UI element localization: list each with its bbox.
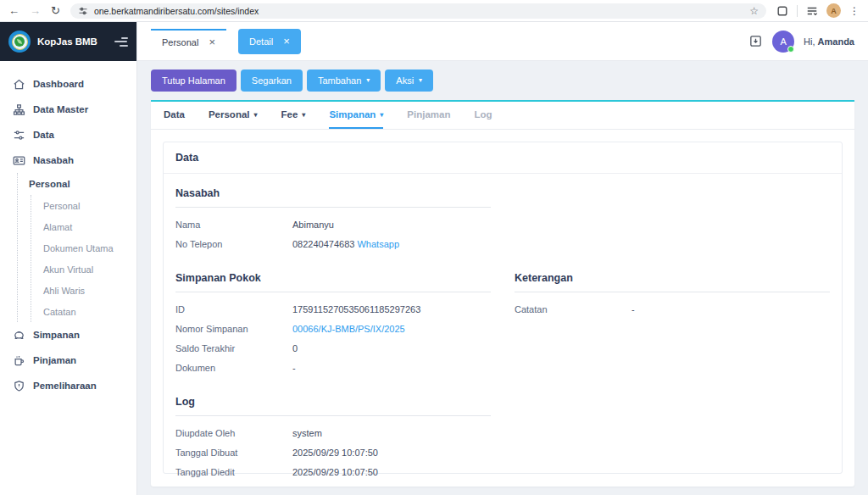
sidebar-item-personal[interactable]: Personal: [31, 195, 136, 216]
sidebar-menu: Dashboard Data Master Data Nasabah: [0, 61, 136, 398]
brand-logo: [8, 31, 31, 53]
user-avatar[interactable]: A: [772, 31, 794, 53]
field-row: Dokumen -: [175, 362, 491, 374]
browser-profile-avatar[interactable]: A: [826, 3, 841, 18]
close-page-button[interactable]: Tutup Halaman: [151, 70, 236, 92]
chrome-actions: A ⋮: [776, 3, 860, 18]
tab-log[interactable]: Log: [475, 102, 492, 129]
actions-dropdown-button[interactable]: Aksi ▾: [385, 70, 433, 92]
field-value: Abimanyu: [292, 219, 334, 231]
sidebar-item-label: Pemeliharaan: [33, 381, 97, 391]
sidebar-item-nasabah[interactable]: Nasabah: [0, 147, 136, 173]
detail-nav-tabs: Data Personal ▾ Fee ▾ Simpanan ▾: [151, 102, 854, 130]
sidebar-item-personal-group[interactable]: Personal: [18, 173, 136, 195]
field-row: Tanggal Diedit 2025/09/29 10:07:50: [175, 466, 491, 478]
tab-label: Data: [164, 109, 185, 120]
sidebar-toggle-icon[interactable]: [114, 37, 128, 47]
address-bar[interactable]: one.berkatmandiribersatu.com/sites/index…: [70, 3, 766, 19]
sidebar-item-akun-virtual[interactable]: Akun Virtual: [31, 259, 136, 280]
tab-label: Personal: [209, 109, 250, 120]
field-label: ID: [175, 303, 292, 315]
refresh-button[interactable]: Segarkan: [241, 70, 303, 92]
whatsapp-link[interactable]: Whatsapp: [357, 239, 399, 249]
chevron-down-icon: ▾: [380, 111, 383, 119]
field-row: ID 1759115270535061185297263: [175, 303, 491, 315]
field-label: Saldo Terakhir: [175, 342, 292, 354]
field-label: Nomor Simpanan: [175, 323, 292, 335]
browser-menu-icon[interactable]: ⋮: [849, 5, 860, 17]
phone-number: 082240474683: [292, 239, 354, 249]
sitemap-icon: [12, 103, 25, 116]
sidebar-item-label: Simpanan: [33, 330, 80, 340]
extras-dropdown-button[interactable]: Tambahan ▾: [307, 70, 381, 92]
field-value: 1759115270535061185297263: [292, 303, 420, 315]
chrome-divider: [797, 5, 798, 17]
section-divider: [175, 415, 491, 416]
section-simpanan-pokok: Simpanan Pokok ID 1759115270535061185297…: [175, 272, 491, 381]
extensions-icon[interactable]: [776, 5, 788, 17]
field-value: -: [632, 303, 635, 315]
tab-pinjaman[interactable]: Pinjaman: [407, 102, 450, 129]
tab-label: Log: [475, 109, 492, 120]
field-label: Nama: [175, 219, 292, 231]
toolbar: Tutup Halaman Segarkan Tambahan ▾ Aksi ▾: [151, 70, 854, 92]
user-name: Amanda: [818, 36, 854, 47]
sidebar-item-label: Data: [33, 130, 54, 140]
reload-icon[interactable]: ↻: [51, 5, 60, 16]
section-divider: [175, 292, 491, 292]
field-value: 2025/09/29 10:07:50: [292, 447, 378, 459]
section-keterangan: Keterangan Catatan -: [515, 272, 830, 323]
panel-title: Data: [164, 142, 842, 174]
sidebar-item-alamat[interactable]: Alamat: [31, 216, 136, 237]
user-greeting: Hi, Amanda: [804, 36, 854, 47]
tab-data[interactable]: Data: [164, 102, 185, 129]
sidebar-item-pemeliharaan[interactable]: Pemeliharaan: [0, 373, 136, 398]
button-label: Segarkan: [252, 75, 292, 86]
sidebar-item-catatan[interactable]: Catatan: [31, 301, 136, 322]
field-row: Diupdate Oleh system: [175, 427, 491, 439]
sidebar-item-label: Pinjaman: [33, 355, 76, 365]
tab-personal[interactable]: Personal ▾: [209, 102, 258, 129]
tab-fee[interactable]: Fee ▾: [281, 102, 306, 129]
topbar: Personal × Detail × A Hi, Amanda: [137, 22, 868, 61]
tab-simpanan[interactable]: Simpanan ▾: [329, 102, 383, 129]
sidebar-item-data-master[interactable]: Data Master: [0, 97, 136, 122]
sidebar-item-label: Nasabah: [33, 155, 74, 165]
field-label: Catatan: [515, 303, 632, 315]
page-tab-label: Detail: [249, 36, 273, 47]
download-icon[interactable]: [748, 34, 763, 48]
field-row: Nomor Simpanan 00066/KJ-BMB/PS/IX/2025: [175, 323, 491, 335]
sidebar-item-dokumen-utama[interactable]: Dokumen Utama: [31, 237, 136, 259]
main-area: Personal × Detail × A Hi, Amanda Tutup H…: [137, 22, 868, 495]
field-label: Diupdate Oleh: [175, 427, 292, 439]
sidebar-item-pinjaman[interactable]: Pinjaman: [0, 348, 136, 373]
section-title: Nasabah: [175, 187, 491, 199]
bookmark-star-icon[interactable]: ☆: [749, 5, 759, 17]
page-tab-personal[interactable]: Personal ×: [151, 29, 226, 54]
tab-search-icon[interactable]: [806, 5, 818, 17]
close-icon[interactable]: ×: [209, 36, 215, 47]
loan-icon: [12, 353, 25, 367]
tab-label: Pinjaman: [407, 109, 450, 120]
section-title: Log: [175, 396, 491, 408]
button-label: Tutup Halaman: [162, 75, 225, 86]
site-settings-icon[interactable]: [78, 6, 88, 16]
field-value: -: [292, 362, 296, 374]
shield-icon: [12, 379, 25, 392]
savings-number-link[interactable]: 00066/KJ-BMB/PS/IX/2025: [292, 323, 405, 335]
sidebar-item-simpanan[interactable]: Simpanan: [0, 322, 136, 348]
close-icon[interactable]: ×: [283, 36, 290, 47]
button-label: Aksi: [396, 75, 414, 86]
url-text[interactable]: one.berkatmandiribersatu.com/sites/index: [94, 6, 743, 16]
field-row: No Telepon 082240474683 Whatsapp: [175, 238, 491, 250]
field-label: Tanggal Diedit: [175, 466, 292, 478]
sidebar-item-data[interactable]: Data: [0, 122, 136, 147]
sidebar-item-ahli-waris[interactable]: Ahli Waris: [31, 280, 136, 301]
panel-body: Nasabah Nama Abimanyu No Telepon 0822404…: [164, 174, 842, 495]
page-tab-detail[interactable]: Detail ×: [238, 29, 301, 54]
sidebar-tree-nasabah: Personal Personal Alamat Dokumen Utama A…: [17, 173, 136, 322]
back-icon[interactable]: ←: [8, 5, 19, 16]
forward-icon[interactable]: →: [30, 5, 41, 16]
sidebar-item-dashboard[interactable]: Dashboard: [0, 71, 136, 97]
section-nasabah: Nasabah Nama Abimanyu No Telepon 0822404…: [175, 187, 491, 258]
